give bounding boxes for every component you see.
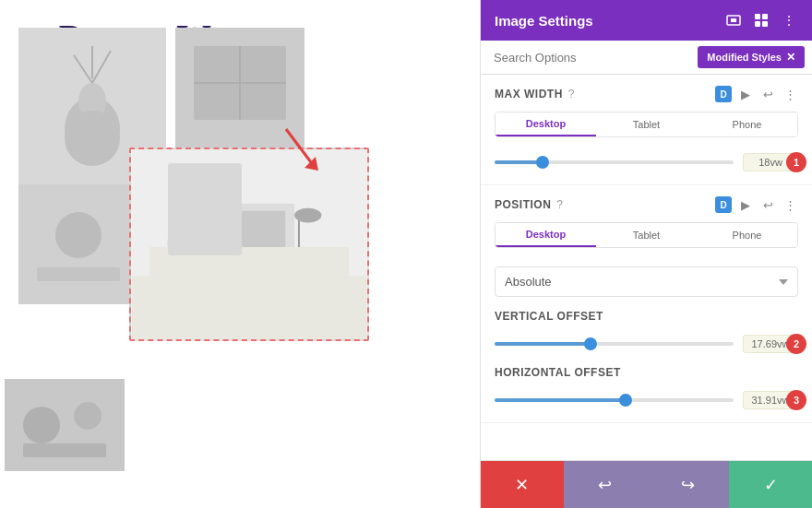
max-width-reset-icon[interactable]: ↩ bbox=[759, 86, 776, 102]
position-section: Position ? D ▶ ↩ ⋮ Desktop Tablet Phone bbox=[481, 185, 812, 423]
position-reset-icon[interactable]: ↩ bbox=[759, 196, 776, 213]
svg-point-32 bbox=[23, 407, 60, 443]
tab-max-width-desktop[interactable]: Desktop bbox=[496, 112, 596, 136]
search-bar: Modified Styles ✕ bbox=[481, 41, 812, 75]
vertical-offset-value[interactable]: 17.69vw 2 bbox=[743, 335, 798, 353]
vertical-offset-slider-row: 17.69vw 2 bbox=[495, 330, 798, 366]
bg-image-3 bbox=[18, 184, 138, 304]
svg-rect-19 bbox=[177, 267, 186, 313]
step-badge-1: 1 bbox=[786, 152, 806, 172]
panel-body: Max Width ? D ▶ ↩ ⋮ Desktop Tablet Phone bbox=[481, 75, 812, 460]
max-width-pointer-icon[interactable]: ▶ bbox=[737, 86, 754, 102]
redo-button[interactable]: ↪ bbox=[647, 461, 730, 508]
svg-rect-37 bbox=[755, 14, 760, 19]
canvas-area: Recent W bbox=[0, 0, 480, 508]
svg-point-28 bbox=[178, 228, 193, 242]
confirm-button[interactable]: ✓ bbox=[729, 461, 812, 508]
panel-header-icons: ⋮ bbox=[724, 11, 798, 30]
svg-point-33 bbox=[74, 402, 102, 430]
close-modified-icon[interactable]: ✕ bbox=[786, 51, 795, 64]
step-badge-3: 3 bbox=[786, 390, 806, 410]
search-input[interactable] bbox=[481, 41, 690, 74]
svg-rect-17 bbox=[131, 276, 366, 339]
svg-rect-27 bbox=[181, 240, 188, 260]
svg-point-26 bbox=[294, 208, 321, 223]
max-width-slider-row: 18vw 1 bbox=[495, 148, 798, 184]
svg-rect-40 bbox=[762, 21, 768, 27]
max-width-header: Max Width ? D ▶ ↩ ⋮ bbox=[495, 86, 798, 102]
selected-image[interactable] bbox=[129, 148, 369, 341]
max-width-more-icon[interactable]: ⋮ bbox=[782, 86, 798, 102]
arrow-indicator bbox=[268, 120, 332, 188]
vertical-offset-slider-track[interactable] bbox=[495, 342, 734, 346]
position-header: Position ? D ▶ ↩ ⋮ bbox=[495, 196, 798, 213]
svg-rect-39 bbox=[755, 21, 760, 27]
svg-rect-36 bbox=[731, 18, 736, 22]
max-width-device-tabs: Desktop Tablet Phone bbox=[495, 112, 798, 137]
svg-rect-14 bbox=[37, 267, 120, 281]
horizontal-offset-container: Horizontal Offset 31.91vw 3 bbox=[495, 366, 798, 422]
more-options-icon[interactable]: ⋮ bbox=[780, 11, 798, 30]
horizontal-offset-slider-row: 31.91vw 3 bbox=[495, 386, 798, 422]
svg-rect-20 bbox=[313, 267, 322, 313]
position-label: Position bbox=[495, 198, 551, 211]
svg-rect-22 bbox=[213, 211, 285, 256]
tab-position-desktop[interactable]: Desktop bbox=[496, 223, 596, 247]
svg-marker-1 bbox=[304, 157, 318, 171]
horizontal-offset-value[interactable]: 31.91vw 3 bbox=[743, 391, 798, 409]
modified-styles-badge[interactable]: Modified Styles ✕ bbox=[698, 46, 805, 68]
svg-point-4 bbox=[78, 83, 106, 120]
panel-footer: ✕ ↩ ↪ ✓ bbox=[481, 460, 812, 508]
panel-header: Image Settings ⋮ bbox=[481, 0, 812, 41]
settings-panel: Image Settings ⋮ Modified St bbox=[480, 0, 812, 508]
position-desktop-icon[interactable]: D bbox=[715, 196, 732, 213]
tab-position-phone[interactable]: Phone bbox=[697, 223, 797, 247]
svg-rect-18 bbox=[168, 258, 331, 267]
vertical-offset-container: Vertical Offset 17.69vw 2 bbox=[495, 310, 798, 366]
position-dropdown-row: Static Relative Absolute Fixed Sticky bbox=[495, 259, 798, 310]
max-width-slider-track[interactable] bbox=[495, 160, 734, 164]
svg-rect-24 bbox=[231, 269, 267, 274]
max-width-label: Max Width bbox=[495, 88, 563, 100]
max-width-value[interactable]: 18vw 1 bbox=[743, 153, 798, 171]
max-width-icons: D ▶ ↩ ⋮ bbox=[715, 86, 798, 102]
svg-point-13 bbox=[55, 212, 102, 258]
grid-icon[interactable] bbox=[752, 11, 770, 30]
panel-title: Image Settings bbox=[495, 13, 593, 29]
step-badge-2: 2 bbox=[786, 334, 806, 354]
tab-max-width-tablet[interactable]: Tablet bbox=[596, 112, 697, 136]
tab-max-width-phone[interactable]: Phone bbox=[697, 112, 797, 136]
svg-rect-30 bbox=[179, 244, 186, 260]
max-width-section: Max Width ? D ▶ ↩ ⋮ Desktop Tablet Phone bbox=[481, 75, 812, 185]
undo-button[interactable]: ↩ bbox=[564, 461, 647, 508]
position-device-tabs: Desktop Tablet Phone bbox=[495, 222, 798, 248]
position-dropdown[interactable]: Static Relative Absolute Fixed Sticky bbox=[495, 266, 798, 297]
horizontal-offset-label: Horizontal Offset bbox=[495, 366, 798, 379]
position-help-icon[interactable]: ? bbox=[556, 198, 563, 211]
horizontal-offset-slider-track[interactable] bbox=[495, 398, 734, 402]
position-icons: D ▶ ↩ ⋮ bbox=[715, 196, 798, 213]
svg-rect-23 bbox=[240, 263, 258, 272]
position-pointer-icon[interactable]: ▶ bbox=[737, 196, 754, 213]
max-width-desktop-icon[interactable]: D bbox=[715, 86, 732, 102]
position-more-icon[interactable]: ⋮ bbox=[782, 196, 798, 213]
max-width-help-icon[interactable]: ? bbox=[568, 88, 575, 100]
svg-rect-29 bbox=[168, 240, 179, 260]
svg-rect-38 bbox=[762, 14, 768, 19]
tab-position-tablet[interactable]: Tablet bbox=[596, 223, 697, 247]
bottom-left-image bbox=[5, 379, 125, 471]
cancel-button[interactable]: ✕ bbox=[481, 461, 564, 508]
svg-rect-34 bbox=[23, 443, 106, 457]
svg-line-0 bbox=[286, 129, 314, 166]
responsive-icon[interactable] bbox=[724, 11, 743, 30]
vertical-offset-label: Vertical Offset bbox=[495, 310, 798, 323]
